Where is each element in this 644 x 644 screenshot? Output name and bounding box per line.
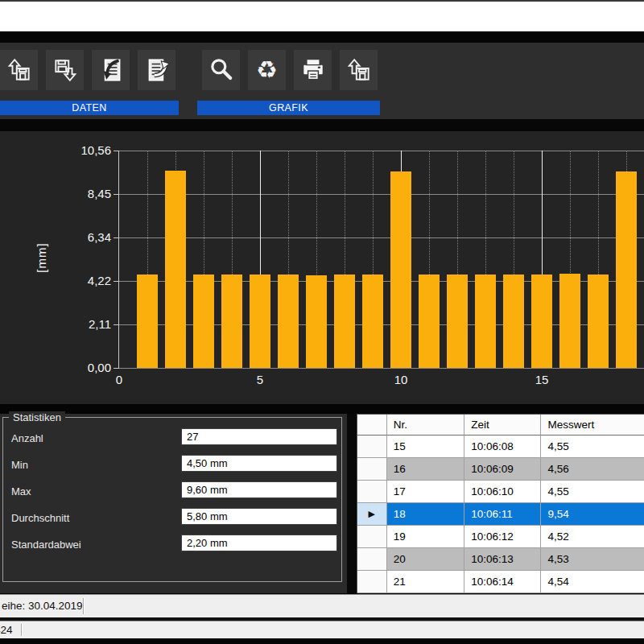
series-date-status-text: eihe: 30.04.2019 xyxy=(2,595,83,617)
y-axis-tick xyxy=(114,151,119,151)
y-axis-unit-label: [mm] xyxy=(35,242,48,272)
cell-zeit[interactable]: 10:06:10 xyxy=(464,481,541,503)
refresh-button[interactable]: ♻︎ xyxy=(248,50,286,90)
row-header-cell[interactable]: ▶ xyxy=(357,503,387,526)
cell-messwert[interactable]: 4,55 xyxy=(541,436,644,458)
row-header-cell[interactable] xyxy=(357,548,387,571)
statistics-panel: Statistiken Anzahl 27 Min 4,50 mm Max 9,… xyxy=(0,414,347,593)
cell-messwert[interactable]: 4,54 xyxy=(541,571,644,593)
separator-band xyxy=(0,404,644,414)
magnifier-icon xyxy=(208,56,235,84)
durchschnitt-label: Durchschnitt xyxy=(11,510,69,526)
cell-messwert[interactable]: 4,52 xyxy=(541,526,644,548)
cell-messwert[interactable]: 4,53 xyxy=(541,548,644,571)
cell-nr[interactable]: 19 xyxy=(387,526,465,548)
cell-zeit[interactable]: 10:06:08 xyxy=(464,436,541,458)
table-row[interactable]: 2010:06:134,53 xyxy=(357,548,644,571)
y-axis-line xyxy=(118,151,119,368)
chart-bar xyxy=(193,275,214,368)
measurement-chart: [mm] 0,002,114,226,348,4510,56051015 xyxy=(0,131,644,404)
load-data-button[interactable] xyxy=(0,50,38,90)
x-axis-tick-label: 15 xyxy=(526,373,558,386)
zoom-button[interactable] xyxy=(202,50,240,90)
table-row[interactable]: 1910:06:124,52 xyxy=(357,526,644,548)
y-axis-tick-label: 2,11 xyxy=(40,317,111,331)
background-window-strip xyxy=(0,2,644,31)
statistics-groupbox: Statistiken Anzahl 27 Min 4,50 mm Max 9,… xyxy=(2,417,342,582)
chart-bar xyxy=(559,274,580,368)
cell-messwert[interactable]: 4,56 xyxy=(541,458,644,481)
floppy-arrow-up-icon xyxy=(345,56,373,84)
chart-bar xyxy=(588,275,609,368)
y-axis-tick-label: 8,45 xyxy=(40,187,111,200)
chart-bar xyxy=(503,275,524,368)
row-header-cell[interactable] xyxy=(357,526,387,548)
table-row[interactable]: 1710:06:104,55 xyxy=(357,481,644,503)
max-field[interactable]: 9,60 mm xyxy=(181,481,337,498)
column-header-nr[interactable]: Nr. xyxy=(387,415,465,436)
status-separator xyxy=(83,598,85,614)
column-header-zeit[interactable]: Zeit xyxy=(464,415,541,436)
document-arrow-out-icon xyxy=(143,56,171,84)
x-axis-tick-label: 5 xyxy=(244,373,276,386)
cell-messwert[interactable]: 9,54 xyxy=(541,503,644,526)
cell-zeit[interactable]: 10:06:09 xyxy=(464,458,541,481)
min-field[interactable]: 4,50 mm xyxy=(181,455,337,472)
cell-nr[interactable]: 15 xyxy=(387,436,465,458)
y-axis-tick-label: 4,22 xyxy=(40,274,111,287)
cell-nr[interactable]: 17 xyxy=(387,481,465,503)
status-bar-1: eihe: 30.04.2019 xyxy=(0,594,644,617)
print-button[interactable] xyxy=(294,50,332,90)
cell-messwert[interactable]: 4,55 xyxy=(541,481,644,503)
y-axis-tick-label: 6,34 xyxy=(40,230,111,244)
cell-nr[interactable]: 18 xyxy=(387,503,465,526)
current-row-arrow-icon: ▶ xyxy=(369,509,375,519)
chart-bar xyxy=(616,171,637,368)
cell-nr[interactable]: 20 xyxy=(387,548,465,571)
chart-bar xyxy=(306,275,327,368)
floppy-arrow-up-icon xyxy=(6,56,33,84)
chart-bar xyxy=(362,275,383,368)
status-separator xyxy=(21,624,23,636)
row-header-cell[interactable] xyxy=(357,571,387,593)
cell-zeit[interactable]: 10:06:12 xyxy=(464,526,541,548)
connection-status-text: 424 xyxy=(0,621,13,638)
save-graphic-button[interactable] xyxy=(340,50,378,90)
standardabweichung-field[interactable]: 2,20 mm xyxy=(181,535,337,551)
chart-bar xyxy=(531,275,552,368)
row-header-cell[interactable] xyxy=(357,436,387,458)
import-data-button[interactable] xyxy=(92,50,130,90)
y-axis-tick xyxy=(114,324,119,325)
table-row[interactable]: 1510:06:084,55 xyxy=(357,436,644,458)
floppy-arrow-down-icon xyxy=(52,56,79,84)
x-axis-tick-label: 10 xyxy=(385,373,417,386)
anzahl-field[interactable]: 27 xyxy=(181,428,337,445)
cell-nr[interactable]: 21 xyxy=(387,571,465,593)
y-axis-tick-label: 0,00 xyxy=(40,361,111,374)
cell-zeit[interactable]: 10:06:14 xyxy=(464,571,541,593)
grafik-label: GRAFIK xyxy=(269,102,308,114)
cell-zeit[interactable]: 10:06:11 xyxy=(464,503,541,526)
durchschnitt-field[interactable]: 5,80 mm xyxy=(181,508,337,525)
cell-nr[interactable]: 16 xyxy=(387,458,465,481)
toolbar-group-label-grafik: GRAFIK xyxy=(197,101,380,115)
anzahl-label: Anzahl xyxy=(11,431,43,447)
bottom-section: Statistiken Anzahl 27 Min 4,50 mm Max 9,… xyxy=(0,414,644,593)
column-header-messwert[interactable]: Messwert xyxy=(541,415,644,436)
table-row[interactable]: 2110:06:144,54 xyxy=(357,571,644,593)
table-row[interactable]: 1610:06:094,56 xyxy=(357,458,644,481)
cell-zeit[interactable]: 10:06:13 xyxy=(464,548,541,571)
table-row[interactable]: ▶1810:06:119,54 xyxy=(357,503,644,526)
separator-band xyxy=(0,31,644,43)
y-axis-tick xyxy=(114,194,119,195)
x-axis-tick-label: 0 xyxy=(103,373,135,386)
save-data-button[interactable] xyxy=(46,50,84,90)
row-header-cell[interactable] xyxy=(357,481,387,503)
export-data-button[interactable] xyxy=(138,50,175,90)
chart-bar xyxy=(390,171,411,368)
chart-bar xyxy=(137,275,158,368)
table-header-row: Nr.ZeitMesswert xyxy=(357,415,644,436)
chart-bar xyxy=(250,275,270,368)
chart-bar xyxy=(221,275,242,368)
row-header-cell[interactable] xyxy=(357,458,387,481)
